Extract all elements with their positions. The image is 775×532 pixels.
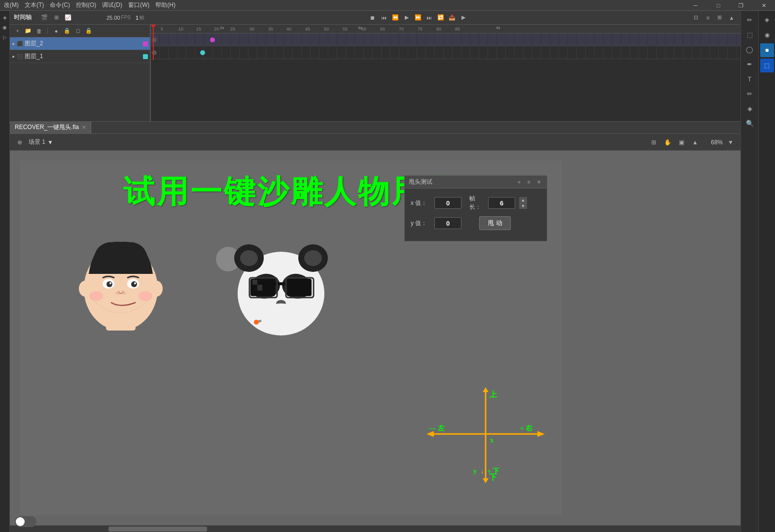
svg-text:65: 65 [380,27,385,32]
character-1 [79,234,163,333]
scene-name: 场景 1 [29,138,45,146]
step-next-button[interactable]: ⏩ [413,13,423,23]
rt-tool-7[interactable]: ◈ [743,101,757,115]
timeline-title: 时间轴 [14,13,32,22]
menu-item-debug[interactable]: 调试(D) [102,1,122,9]
zoom-dropdown-icon[interactable]: ▼ [725,136,737,148]
scene-selector[interactable]: 场景 1 ▼ [29,138,53,146]
toggle-container [15,516,36,527]
play-next-button[interactable]: ⏭ [424,13,434,23]
rt-tool-6[interactable]: ✏ [743,87,757,100]
menu-item-text[interactable]: 文本(T) [25,1,44,9]
svg-text:+ 下: + 下 [487,467,500,475]
fr-btn-3-highlighted[interactable]: ■ [760,43,774,57]
fr-btn-4-highlighted[interactable]: ⬚ [760,59,774,72]
left-tool-2[interactable]: ◉ [0,23,9,32]
left-tool-3[interactable]: ▷ [0,33,9,41]
play-prev-button[interactable]: ⏮ [379,13,389,23]
panel-menu-icon[interactable]: ≡ [525,178,533,186]
minimize-button[interactable]: ─ [684,0,707,11]
menu-item-control[interactable]: 控制(O) [76,1,96,9]
rt-tool-2[interactable]: ⬚ [743,28,757,41]
svg-text:85: 85 [455,27,460,32]
panel-close-icon[interactable]: ✕ [535,178,543,186]
tl-settings-icon[interactable]: ≡ [703,13,713,23]
restore-button[interactable]: ❐ [730,0,752,11]
lock-icon-button[interactable]: 🔒 [84,27,93,35]
play-button[interactable]: ▶ [402,13,412,23]
timeline-ruler: 5 10 15 20 25 30 35 40 45 50 55 [151,25,740,33]
hand-tool-icon[interactable]: ✋ [662,136,673,148]
folder-layer-button[interactable]: 📁 [24,27,33,35]
svg-text:70: 70 [399,27,404,32]
rt-tool-1[interactable]: ✏ [743,13,757,27]
menu-item-help[interactable]: 帮助(H) [155,1,176,9]
show-all-button[interactable]: ● [52,27,61,35]
frame-value-input[interactable] [488,197,515,209]
stop-button[interactable]: ⏹ [368,13,378,23]
scrollbar-thumb[interactable] [108,527,207,532]
play-all-button[interactable]: ▶ [458,13,468,23]
zoom-to-fit-icon[interactable]: ⊞ [648,136,660,148]
tl-align-icon[interactable]: ⊡ [691,13,701,23]
tl-grid-icon[interactable]: ⊞ [51,13,61,23]
menu-item-window[interactable]: 窗口(W) [128,1,149,9]
action-button[interactable]: 甩 动 [479,216,511,230]
panel-title: 甩头测试 [409,178,432,186]
add-layer-button[interactable]: ＋ [13,27,22,35]
lock-all-button[interactable]: 🔒 [63,27,71,35]
tab-close-icon[interactable]: ✕ [82,125,86,130]
keyframe-2 [210,37,215,42]
rt-tool-4[interactable]: ✒ [743,57,757,71]
layer-1-color [143,54,148,59]
y-value-input[interactable] [434,217,461,229]
panel-collapse-icon[interactable]: « [515,178,523,186]
rt-tool-3[interactable]: ◯ [743,42,757,56]
tl-mountain-icon[interactable]: ▲ [727,13,737,23]
toggle-switch[interactable] [15,516,36,527]
step-prev-button[interactable]: ⏪ [390,13,400,23]
export-button[interactable]: 📤 [447,13,457,23]
layer-2-color [143,41,148,46]
svg-text:55: 55 [343,27,348,32]
layer-row-1[interactable]: ● ⬛ 图层_1 [10,50,150,63]
character-1-svg [79,234,163,333]
frame-spin-down[interactable]: ▼ [519,203,527,209]
file-tab-name: RECOVER_一键甩头.fla [15,123,79,132]
layer-row-2[interactable]: ● ⬛ 图层_2 [10,37,150,50]
rt-tool-8[interactable]: 🔍 [743,116,757,130]
fps-display: 25.00 FPS 1 帧 [106,14,144,21]
file-tab-item[interactable]: RECOVER_一键甩头.fla ✕ [10,122,91,133]
stage-view-icon[interactable]: ▣ [675,136,687,148]
menu-item-modify[interactable]: 改(M) [4,1,19,9]
panel-x-row: x 值： 帧长： ▲ ▼ [411,195,541,211]
svg-marker-56 [537,431,545,437]
x-value-input[interactable] [434,197,461,209]
x-label: x 值： [411,199,430,207]
fr-btn-1[interactable]: ◈ [760,13,774,27]
fr-btn-2[interactable]: ◉ [760,28,774,42]
tl-camera-icon[interactable]: 🎬 [39,13,49,23]
tl-snap-icon[interactable]: ⊞ [715,13,725,23]
tl-graph-icon[interactable]: 📈 [63,13,73,23]
panel-header-icons: « ≡ ✕ [515,178,543,186]
delete-layer-button[interactable]: 🗑 [35,27,43,35]
frame-spin-up[interactable]: ▲ [519,197,527,203]
menu-item-command[interactable]: 命令(C) [50,1,70,9]
right-toolbar: ✏ ⬚ ◯ ✒ T ✏ ◈ 🔍 [740,11,758,532]
canvas-area: 试用一键沙雕人物甩头 [20,161,562,515]
svg-text:80: 80 [436,27,441,32]
zoom-up-icon[interactable]: ▲ [689,136,701,148]
stage-scrollbar [10,525,740,532]
svg-text:x: x [490,436,493,444]
snap-to-objects-icon[interactable]: ⊕ [14,136,26,148]
outline-all-button[interactable]: ◻ [73,27,82,35]
svg-point-28 [109,282,111,284]
scene-dropdown-icon[interactable]: ▼ [47,139,53,146]
left-tool-1[interactable]: ◈ [0,13,9,22]
loop-button[interactable]: 🔁 [436,13,446,23]
rt-tool-5[interactable]: T [743,72,757,86]
close-button[interactable]: ✕ [752,0,775,11]
maximize-button[interactable]: □ [707,0,730,11]
svg-rect-46 [257,285,262,291]
